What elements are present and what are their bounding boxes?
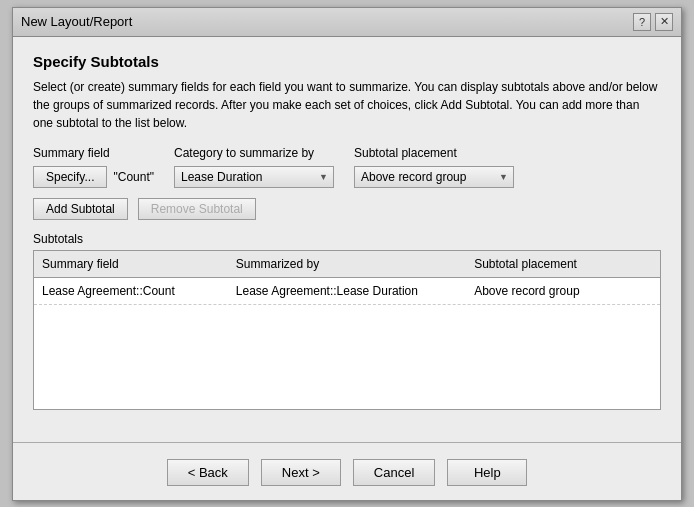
subtotals-section: Subtotals Summary field Summarized by Su… bbox=[33, 232, 661, 410]
remove-subtotal-button[interactable]: Remove Subtotal bbox=[138, 198, 256, 220]
category-select[interactable]: Lease Duration bbox=[174, 166, 334, 188]
help-button[interactable]: Help bbox=[447, 459, 527, 486]
titlebar-controls: ? ✕ bbox=[633, 13, 673, 31]
summary-field-row: Specify... "Count" bbox=[33, 166, 154, 188]
placement-select[interactable]: Above record group bbox=[354, 166, 514, 188]
action-row: Add Subtotal Remove Subtotal bbox=[33, 198, 661, 220]
placement-select-wrapper: Above record group bbox=[354, 166, 514, 188]
summary-field-group: Summary field Specify... "Count" bbox=[33, 146, 154, 188]
summary-field-label: Summary field bbox=[33, 146, 154, 160]
close-titlebar-button[interactable]: ✕ bbox=[655, 13, 673, 31]
titlebar: New Layout/Report ? ✕ bbox=[13, 8, 681, 37]
placement-label: Subtotal placement bbox=[354, 146, 514, 160]
category-label: Category to summarize by bbox=[174, 146, 334, 160]
next-button[interactable]: Next > bbox=[261, 459, 341, 486]
window-title: New Layout/Report bbox=[21, 14, 132, 29]
main-window: New Layout/Report ? ✕ Specify Subtotals … bbox=[12, 7, 682, 501]
cancel-button[interactable]: Cancel bbox=[353, 459, 435, 486]
table-body: Lease Agreement::Count Lease Agreement::… bbox=[34, 278, 660, 398]
table-row[interactable]: Lease Agreement::Count Lease Agreement::… bbox=[34, 278, 660, 305]
header-summary-field: Summary field bbox=[34, 255, 228, 273]
content-area: Specify Subtotals Select (or create) sum… bbox=[13, 37, 681, 432]
subtotals-table: Summary field Summarized by Subtotal pla… bbox=[33, 250, 661, 410]
footer: < Back Next > Cancel Help bbox=[13, 453, 681, 500]
subtotals-label: Subtotals bbox=[33, 232, 661, 246]
controls-row: Summary field Specify... "Count" Categor… bbox=[33, 146, 661, 188]
table-header: Summary field Summarized by Subtotal pla… bbox=[34, 251, 660, 278]
cell-summary-field: Lease Agreement::Count bbox=[34, 282, 228, 300]
category-group: Category to summarize by Lease Duration bbox=[174, 146, 334, 188]
page-heading: Specify Subtotals bbox=[33, 53, 661, 70]
specify-button[interactable]: Specify... bbox=[33, 166, 107, 188]
back-button[interactable]: < Back bbox=[167, 459, 249, 486]
header-subtotal-placement: Subtotal placement bbox=[466, 255, 660, 273]
cell-placement: Above record group bbox=[466, 282, 660, 300]
cell-summarized-by: Lease Agreement::Lease Duration bbox=[228, 282, 466, 300]
current-summary-value: "Count" bbox=[113, 170, 154, 184]
footer-divider bbox=[13, 442, 681, 443]
add-subtotal-button[interactable]: Add Subtotal bbox=[33, 198, 128, 220]
page-description: Select (or create) summary fields for ea… bbox=[33, 78, 661, 132]
header-summarized-by: Summarized by bbox=[228, 255, 466, 273]
category-select-wrapper: Lease Duration bbox=[174, 166, 334, 188]
help-titlebar-button[interactable]: ? bbox=[633, 13, 651, 31]
placement-group: Subtotal placement Above record group bbox=[354, 146, 514, 188]
